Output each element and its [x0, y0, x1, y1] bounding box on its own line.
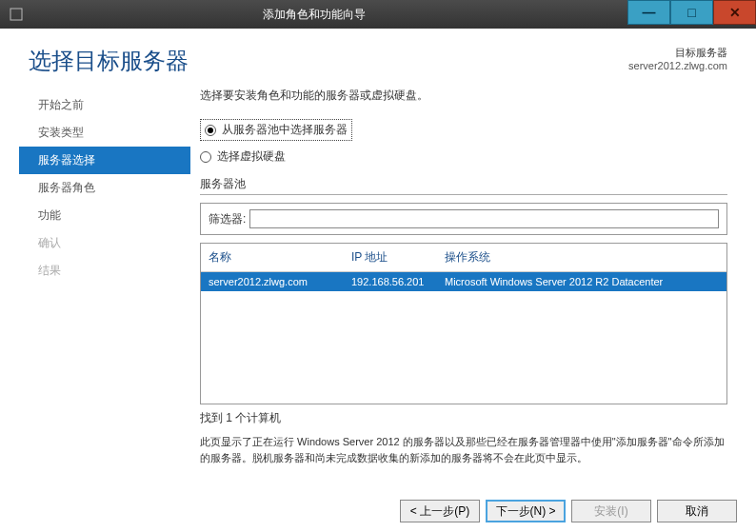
svg-rect-0 — [10, 9, 22, 20]
server-table: 名称 IP 地址 操作系统 server2012.zlwg.com 192.16… — [200, 243, 727, 404]
nav-item-server-selection[interactable]: 服务器选择 — [19, 147, 190, 174]
title-bar: 添加角色和功能向导 — □ ✕ — [0, 0, 756, 29]
filter-label: 筛选器: — [209, 211, 246, 227]
filter-input[interactable] — [249, 209, 719, 228]
wizard-button-bar: < 上一步(P) 下一步(N) > 安装(I) 取消 — [400, 500, 737, 522]
radio-select-vhd-label: 选择虚拟硬盘 — [217, 148, 286, 165]
footer-note: 此页显示了正在运行 Windows Server 2012 的服务器以及那些已经… — [200, 434, 727, 465]
nav-item-before-begin[interactable]: 开始之前 — [19, 91, 190, 119]
server-pool-label: 服务器池 — [200, 176, 727, 192]
filter-row: 筛选器: — [200, 203, 727, 235]
table-row[interactable]: server2012.zlwg.com 192.168.56.201 Micro… — [201, 272, 726, 291]
previous-button[interactable]: < 上一步(P) — [400, 500, 480, 522]
cell-name: server2012.zlwg.com — [209, 276, 351, 287]
radio-select-from-pool[interactable]: 从服务器池中选择服务器 — [200, 119, 352, 141]
instruction-text: 选择要安装角色和功能的服务器或虚拟硬盘。 — [200, 88, 727, 104]
radio-select-from-pool-label: 从服务器池中选择服务器 — [222, 122, 348, 138]
column-header-name[interactable]: 名称 — [209, 249, 351, 266]
radio-icon — [200, 151, 211, 163]
target-server-label: 目标服务器 — [628, 46, 727, 59]
minimize-button[interactable]: — — [627, 0, 670, 25]
target-server-block: 目标服务器 server2012.zlwg.com — [628, 46, 727, 73]
nav-item-server-roles[interactable]: 服务器角色 — [19, 174, 190, 202]
target-server-name: server2012.zlwg.com — [628, 59, 727, 72]
nav-item-confirmation: 确认 — [19, 229, 190, 257]
column-header-ip[interactable]: IP 地址 — [351, 249, 445, 266]
close-button[interactable]: ✕ — [713, 0, 756, 25]
nav-item-install-type[interactable]: 安装类型 — [19, 119, 190, 147]
found-count: 找到 1 个计算机 — [200, 410, 727, 426]
table-header: 名称 IP 地址 操作系统 — [201, 244, 726, 272]
radio-select-vhd[interactable]: 选择虚拟硬盘 — [200, 148, 727, 165]
window-icon — [0, 0, 32, 29]
divider — [200, 194, 727, 195]
radio-icon — [205, 125, 216, 136]
install-button: 安装(I) — [571, 500, 651, 522]
maximize-button[interactable]: □ — [670, 0, 713, 25]
page-title: 选择目标服务器 — [29, 46, 189, 76]
next-button[interactable]: 下一步(N) > — [486, 500, 566, 522]
nav-item-results: 结果 — [19, 257, 190, 285]
cell-ip: 192.168.56.201 — [351, 276, 445, 287]
column-header-os[interactable]: 操作系统 — [445, 249, 719, 266]
cell-os: Microsoft Windows Server 2012 R2 Datacen… — [445, 276, 719, 287]
window-title: 添加角色和功能向导 — [32, 7, 627, 23]
cancel-button[interactable]: 取消 — [657, 500, 737, 522]
wizard-nav: 开始之前 安装类型 服务器选择 服务器角色 功能 确认 结果 — [19, 88, 190, 465]
nav-item-features[interactable]: 功能 — [19, 202, 190, 229]
